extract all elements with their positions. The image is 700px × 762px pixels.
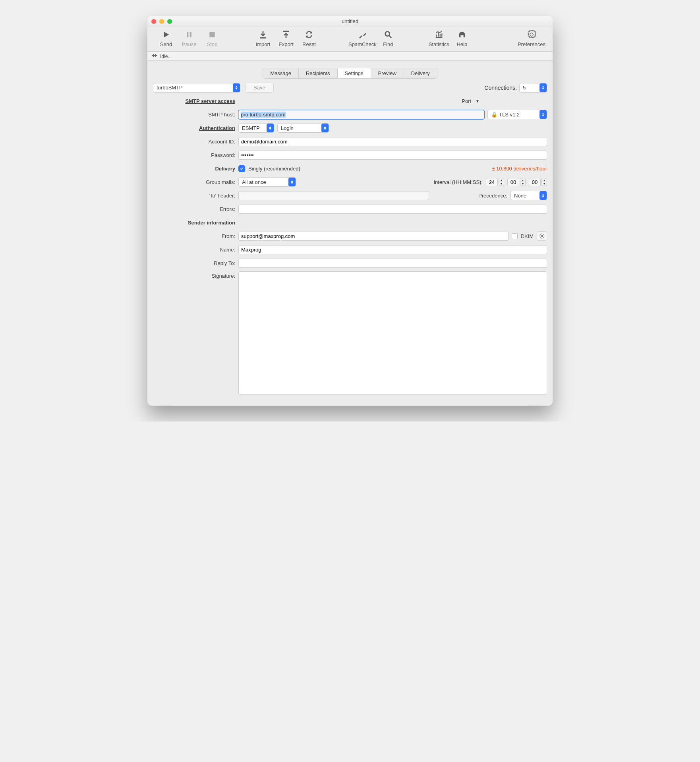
precedence-value: None: [514, 193, 526, 199]
password-label: Password:: [153, 152, 238, 158]
send-button[interactable]: Send: [155, 29, 178, 47]
interval-seconds-input[interactable]: [529, 178, 541, 186]
tab-recipients[interactable]: Recipients: [299, 68, 338, 78]
precedence-select[interactable]: None: [510, 191, 547, 200]
export-button[interactable]: Export: [275, 29, 298, 47]
settings-content: turboSMTP Save Connections: 5 SMTP serve…: [147, 83, 553, 406]
auth-type-select[interactable]: Login: [277, 123, 329, 133]
auth-mode-value: ESMTP: [242, 125, 260, 131]
tls-value: TLS v1.2: [499, 112, 520, 118]
chevron-updown-icon: [540, 191, 547, 200]
step-up-icon[interactable]: ▴: [541, 178, 547, 182]
spamcheck-button[interactable]: SpamCheck: [348, 29, 377, 47]
tab-delivery[interactable]: Delivery: [404, 68, 437, 78]
pause-label: Pause: [182, 41, 197, 47]
reset-button[interactable]: Reset: [298, 29, 321, 47]
chevron-updown-icon: [321, 124, 329, 132]
section-smtp-access: SMTP server access: [153, 98, 238, 104]
tab-settings[interactable]: Settings: [338, 68, 371, 78]
chevron-updown-icon: [540, 110, 547, 119]
titlebar: untitled: [147, 16, 553, 27]
step-up-icon[interactable]: ▴: [499, 178, 504, 182]
pause-icon: [184, 29, 194, 40]
interval-label: Interval (HH:MM:SS):: [433, 179, 483, 185]
broom-icon: [357, 29, 367, 40]
search-icon: [383, 29, 393, 40]
interval-hours-stepper[interactable]: ▴▾: [486, 178, 504, 186]
statistics-label: Statistics: [429, 41, 449, 47]
find-button[interactable]: Find: [377, 29, 400, 47]
group-mails-select[interactable]: All at once: [238, 177, 296, 187]
password-input[interactable]: [238, 151, 547, 160]
name-input[interactable]: [238, 245, 547, 254]
group-mails-label: Group mails:: [153, 179, 238, 185]
connections-label: Connections:: [484, 85, 517, 91]
app-window: untitled Send Pause Stop Import Export R…: [147, 16, 553, 406]
import-button[interactable]: Import: [251, 29, 275, 47]
errors-input[interactable]: [238, 205, 547, 214]
save-button[interactable]: Save: [245, 83, 274, 93]
smtp-host-label: SMTP host:: [153, 112, 238, 118]
reply-to-input[interactable]: [238, 259, 547, 268]
chevron-updown-icon: [233, 83, 240, 92]
dkim-label: DKIM: [521, 233, 534, 239]
interval-seconds-stepper[interactable]: ▴▾: [529, 178, 547, 186]
send-label: Send: [160, 41, 172, 47]
signature-label: Signature:: [153, 271, 238, 279]
step-up-icon[interactable]: ▴: [520, 178, 526, 182]
interval-minutes-input[interactable]: [507, 178, 519, 186]
preferences-label: Preferences: [518, 41, 545, 47]
reset-label: Reset: [302, 41, 316, 47]
tabs: Message Recipients Settings Preview Deli…: [147, 61, 553, 83]
dkim-checkbox[interactable]: [512, 233, 518, 239]
preferences-button[interactable]: Preferences: [518, 29, 545, 47]
headset-icon: [457, 29, 467, 40]
status-text: Idle...: [160, 54, 172, 59]
group-mails-value: All at once: [242, 179, 266, 185]
dkim-settings-button[interactable]: [537, 231, 547, 241]
from-input[interactable]: [238, 232, 509, 241]
tab-message[interactable]: Message: [263, 68, 299, 78]
stop-icon: [207, 29, 217, 40]
precedence-label: Precedence:: [478, 193, 507, 199]
statistics-button[interactable]: Statistics: [427, 29, 451, 47]
smtp-host-value: pro.turbo-smtp.com: [241, 112, 286, 118]
export-label: Export: [278, 41, 294, 47]
singly-checkbox[interactable]: [238, 165, 245, 172]
export-icon: [281, 29, 291, 40]
account-select[interactable]: turboSMTP: [153, 83, 240, 93]
svg-point-0: [385, 32, 389, 36]
spamcheck-label: SpamCheck: [348, 41, 377, 47]
gear-icon: [539, 233, 545, 239]
tls-select[interactable]: 🔒 TLS v1.2: [487, 110, 547, 119]
import-label: Import: [256, 41, 271, 47]
account-id-input[interactable]: [238, 137, 547, 146]
reset-icon: [304, 29, 314, 40]
section-delivery: Delivery: [153, 166, 238, 172]
signature-input[interactable]: [238, 271, 547, 395]
play-icon: [161, 29, 171, 40]
chevron-updown-icon: [540, 83, 547, 92]
port-label: Port: [462, 98, 471, 104]
help-button[interactable]: Help: [451, 29, 474, 47]
connections-select[interactable]: 5: [519, 83, 547, 93]
to-header-input[interactable]: [238, 191, 429, 200]
port-dropdown-icon[interactable]: ▼: [476, 99, 480, 103]
status-bar: Idle...: [147, 52, 553, 61]
errors-label: Errors:: [153, 206, 238, 212]
account-select-value: turboSMTP: [157, 85, 183, 91]
gear-icon: [526, 29, 537, 40]
delivery-rate: ± 10,800 deliveries/hour: [492, 166, 547, 172]
interval-minutes-stepper[interactable]: ▴▾: [507, 178, 526, 186]
step-down-icon[interactable]: ▾: [499, 182, 504, 186]
lock-icon: 🔒: [491, 112, 497, 118]
section-sender-info: Sender information: [153, 220, 238, 226]
pause-button: Pause: [178, 29, 201, 47]
step-down-icon[interactable]: ▾: [541, 182, 547, 186]
step-down-icon[interactable]: ▾: [520, 182, 526, 186]
interval-hours-input[interactable]: [486, 178, 498, 186]
import-icon: [258, 29, 268, 40]
auth-mode-select[interactable]: ESMTP: [238, 123, 274, 133]
tab-preview[interactable]: Preview: [371, 68, 404, 78]
to-header-label: 'To' header:: [153, 193, 238, 199]
